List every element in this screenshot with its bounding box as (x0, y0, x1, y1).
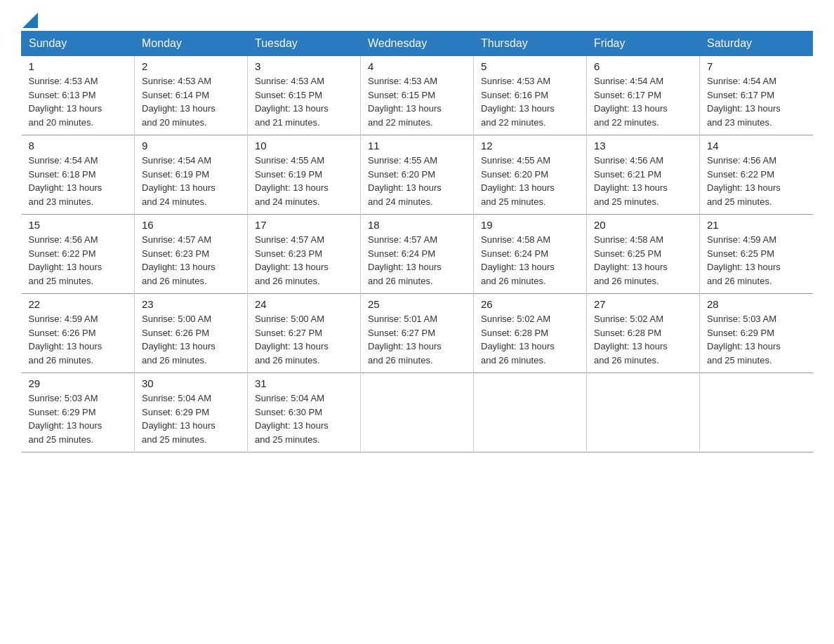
day-info: Sunrise: 5:03 AMSunset: 6:29 PMDaylight:… (29, 391, 128, 446)
day-info: Sunrise: 4:58 AMSunset: 6:24 PMDaylight:… (481, 233, 579, 288)
day-number: 26 (481, 298, 579, 310)
calendar-header-row: SundayMondayTuesdayWednesdayThursdayFrid… (22, 32, 813, 56)
calendar-cell: 28Sunrise: 5:03 AMSunset: 6:29 PMDayligh… (700, 294, 813, 373)
day-info: Sunrise: 4:53 AMSunset: 6:14 PMDaylight:… (142, 74, 240, 129)
day-info: Sunrise: 4:54 AMSunset: 6:17 PMDaylight:… (594, 74, 692, 129)
day-info: Sunrise: 5:01 AMSunset: 6:27 PMDaylight:… (368, 312, 466, 367)
day-number: 7 (707, 60, 806, 72)
day-number: 30 (142, 377, 240, 389)
calendar-cell (700, 373, 813, 452)
day-number: 3 (255, 60, 353, 72)
calendar-cell: 9Sunrise: 4:54 AMSunset: 6:19 PMDaylight… (135, 135, 248, 215)
day-info: Sunrise: 4:55 AMSunset: 6:20 PMDaylight:… (368, 154, 466, 208)
day-info: Sunrise: 4:53 AMSunset: 6:13 PMDaylight:… (29, 74, 128, 129)
header-monday: Monday (135, 32, 248, 56)
svg-marker-0 (22, 13, 38, 28)
day-info: Sunrise: 4:59 AMSunset: 6:25 PMDaylight:… (707, 233, 806, 288)
day-info: Sunrise: 4:53 AMSunset: 6:15 PMDaylight:… (255, 74, 353, 129)
day-number: 11 (368, 140, 466, 152)
calendar-cell: 6Sunrise: 4:54 AMSunset: 6:17 PMDaylight… (587, 56, 700, 135)
calendar-cell: 24Sunrise: 5:00 AMSunset: 6:27 PMDayligh… (248, 294, 361, 373)
calendar-cell: 27Sunrise: 5:02 AMSunset: 6:28 PMDayligh… (587, 294, 700, 373)
calendar-cell: 20Sunrise: 4:58 AMSunset: 6:25 PMDayligh… (587, 215, 700, 294)
day-number: 1 (29, 60, 128, 72)
calendar-cell: 14Sunrise: 4:56 AMSunset: 6:22 PMDayligh… (700, 135, 813, 215)
calendar-cell: 8Sunrise: 4:54 AMSunset: 6:18 PMDaylight… (22, 135, 135, 215)
day-info: Sunrise: 4:55 AMSunset: 6:20 PMDaylight:… (481, 154, 579, 208)
day-number: 6 (594, 60, 692, 72)
calendar-cell: 25Sunrise: 5:01 AMSunset: 6:27 PMDayligh… (361, 294, 474, 373)
day-number: 5 (481, 60, 579, 72)
day-info: Sunrise: 4:56 AMSunset: 6:22 PMDaylight:… (707, 154, 806, 208)
calendar-cell: 26Sunrise: 5:02 AMSunset: 6:28 PMDayligh… (474, 294, 587, 373)
calendar-cell: 11Sunrise: 4:55 AMSunset: 6:20 PMDayligh… (361, 135, 474, 215)
week-row-2: 8Sunrise: 4:54 AMSunset: 6:18 PMDaylight… (22, 135, 813, 215)
calendar-cell: 21Sunrise: 4:59 AMSunset: 6:25 PMDayligh… (700, 215, 813, 294)
day-info: Sunrise: 5:00 AMSunset: 6:26 PMDaylight:… (142, 312, 240, 367)
day-number: 12 (481, 140, 579, 152)
calendar-cell: 19Sunrise: 4:58 AMSunset: 6:24 PMDayligh… (474, 215, 587, 294)
calendar-cell (361, 373, 474, 452)
header-sunday: Sunday (22, 32, 135, 56)
calendar-cell: 17Sunrise: 4:57 AMSunset: 6:23 PMDayligh… (248, 215, 361, 294)
day-info: Sunrise: 5:04 AMSunset: 6:29 PMDaylight:… (142, 391, 240, 446)
calendar-cell: 31Sunrise: 5:04 AMSunset: 6:30 PMDayligh… (248, 373, 361, 452)
day-number: 13 (594, 140, 692, 152)
day-number: 17 (255, 219, 353, 231)
header-saturday: Saturday (700, 32, 813, 56)
calendar-cell: 4Sunrise: 4:53 AMSunset: 6:15 PMDaylight… (361, 56, 474, 135)
day-number: 10 (255, 140, 353, 152)
day-info: Sunrise: 4:54 AMSunset: 6:17 PMDaylight:… (707, 74, 806, 129)
day-number: 25 (368, 298, 466, 310)
logo (21, 14, 38, 24)
day-number: 21 (707, 219, 806, 231)
day-info: Sunrise: 4:57 AMSunset: 6:24 PMDaylight:… (368, 233, 466, 288)
calendar-cell: 13Sunrise: 4:56 AMSunset: 6:21 PMDayligh… (587, 135, 700, 215)
week-row-1: 1Sunrise: 4:53 AMSunset: 6:13 PMDaylight… (22, 56, 813, 135)
day-info: Sunrise: 4:54 AMSunset: 6:18 PMDaylight:… (29, 154, 128, 208)
day-number: 16 (142, 219, 240, 231)
calendar-cell: 3Sunrise: 4:53 AMSunset: 6:15 PMDaylight… (248, 56, 361, 135)
calendar-cell: 1Sunrise: 4:53 AMSunset: 6:13 PMDaylight… (22, 56, 135, 135)
day-info: Sunrise: 4:57 AMSunset: 6:23 PMDaylight:… (142, 233, 240, 288)
week-row-4: 22Sunrise: 4:59 AMSunset: 6:26 PMDayligh… (22, 294, 813, 373)
day-number: 23 (142, 298, 240, 310)
day-number: 27 (594, 298, 692, 310)
calendar-cell (474, 373, 587, 452)
logo-triangle-icon (22, 13, 38, 28)
day-number: 15 (29, 219, 128, 231)
calendar-cell: 29Sunrise: 5:03 AMSunset: 6:29 PMDayligh… (22, 373, 135, 452)
day-number: 31 (255, 377, 353, 389)
day-info: Sunrise: 4:57 AMSunset: 6:23 PMDaylight:… (255, 233, 353, 288)
day-number: 29 (29, 377, 128, 389)
day-info: Sunrise: 4:53 AMSunset: 6:15 PMDaylight:… (368, 74, 466, 129)
day-info: Sunrise: 4:53 AMSunset: 6:16 PMDaylight:… (481, 74, 579, 129)
week-row-3: 15Sunrise: 4:56 AMSunset: 6:22 PMDayligh… (22, 215, 813, 294)
calendar-cell: 12Sunrise: 4:55 AMSunset: 6:20 PMDayligh… (474, 135, 587, 215)
calendar-cell: 15Sunrise: 4:56 AMSunset: 6:22 PMDayligh… (22, 215, 135, 294)
day-info: Sunrise: 4:55 AMSunset: 6:19 PMDaylight:… (255, 154, 353, 208)
day-info: Sunrise: 5:02 AMSunset: 6:28 PMDaylight:… (481, 312, 579, 367)
calendar-cell: 10Sunrise: 4:55 AMSunset: 6:19 PMDayligh… (248, 135, 361, 215)
day-info: Sunrise: 5:00 AMSunset: 6:27 PMDaylight:… (255, 312, 353, 367)
day-number: 4 (368, 60, 466, 72)
calendar-cell: 2Sunrise: 4:53 AMSunset: 6:14 PMDaylight… (135, 56, 248, 135)
header-thursday: Thursday (474, 32, 587, 56)
calendar-cell: 5Sunrise: 4:53 AMSunset: 6:16 PMDaylight… (474, 56, 587, 135)
calendar-cell: 18Sunrise: 4:57 AMSunset: 6:24 PMDayligh… (361, 215, 474, 294)
day-info: Sunrise: 5:03 AMSunset: 6:29 PMDaylight:… (707, 312, 806, 367)
day-number: 28 (707, 298, 806, 310)
page-header (21, 14, 813, 24)
day-info: Sunrise: 4:58 AMSunset: 6:25 PMDaylight:… (594, 233, 692, 288)
calendar-cell: 16Sunrise: 4:57 AMSunset: 6:23 PMDayligh… (135, 215, 248, 294)
day-info: Sunrise: 4:56 AMSunset: 6:21 PMDaylight:… (594, 154, 692, 208)
day-number: 9 (142, 140, 240, 152)
header-wednesday: Wednesday (361, 32, 474, 56)
day-number: 18 (368, 219, 466, 231)
day-info: Sunrise: 5:02 AMSunset: 6:28 PMDaylight:… (594, 312, 692, 367)
calendar-cell: 30Sunrise: 5:04 AMSunset: 6:29 PMDayligh… (135, 373, 248, 452)
calendar-cell: 22Sunrise: 4:59 AMSunset: 6:26 PMDayligh… (22, 294, 135, 373)
day-info: Sunrise: 4:56 AMSunset: 6:22 PMDaylight:… (29, 233, 128, 288)
day-number: 22 (29, 298, 128, 310)
day-number: 14 (707, 140, 806, 152)
